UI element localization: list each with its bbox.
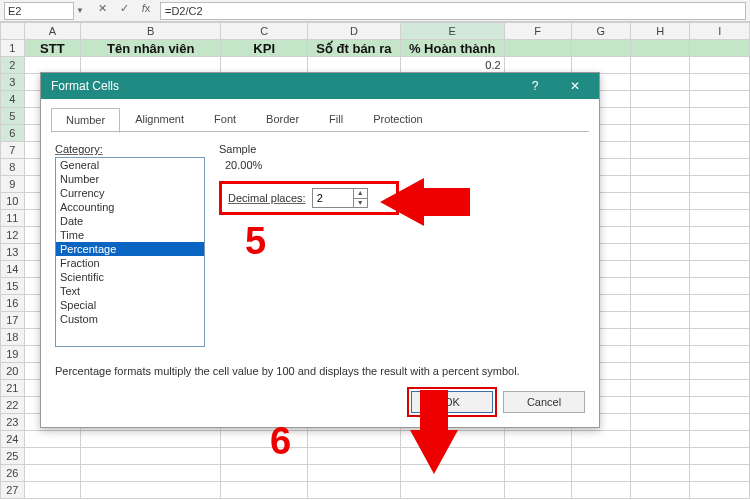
cell-I12[interactable] — [690, 227, 750, 244]
cell-I8[interactable] — [690, 159, 750, 176]
col-header-B[interactable]: B — [80, 23, 221, 40]
row-header-10[interactable]: 10 — [1, 193, 25, 210]
tab-number[interactable]: Number — [51, 108, 120, 133]
cell-I13[interactable] — [690, 244, 750, 261]
col-header-I[interactable]: I — [690, 23, 750, 40]
row-header-2[interactable]: 2 — [1, 57, 25, 74]
row-header-12[interactable]: 12 — [1, 227, 25, 244]
row-header-7[interactable]: 7 — [1, 142, 25, 159]
cell-H10[interactable] — [631, 193, 690, 210]
row-header-16[interactable]: 16 — [1, 295, 25, 312]
decimal-places-input[interactable] — [313, 189, 353, 207]
fx-icon[interactable]: fx — [136, 2, 156, 20]
cell-H27[interactable] — [631, 482, 690, 499]
category-special[interactable]: Special — [56, 298, 204, 312]
tab-alignment[interactable]: Alignment — [120, 107, 199, 132]
cell-G25[interactable] — [571, 448, 630, 465]
cell-D27[interactable] — [307, 482, 400, 499]
col-header-G[interactable]: G — [571, 23, 630, 40]
cell-H5[interactable] — [631, 108, 690, 125]
decimal-places-spinner[interactable]: ▲ ▼ — [312, 188, 368, 208]
row-header-14[interactable]: 14 — [1, 261, 25, 278]
row-header-4[interactable]: 4 — [1, 91, 25, 108]
close-icon[interactable]: ✕ — [555, 73, 595, 99]
row-header-11[interactable]: 11 — [1, 210, 25, 227]
row-header-19[interactable]: 19 — [1, 346, 25, 363]
cell-A27[interactable] — [24, 482, 80, 499]
cell-H2[interactable] — [631, 57, 690, 74]
row-header-20[interactable]: 20 — [1, 363, 25, 380]
cell-D26[interactable] — [307, 465, 400, 482]
cell-H15[interactable] — [631, 278, 690, 295]
cell-H20[interactable] — [631, 363, 690, 380]
cell-I7[interactable] — [690, 142, 750, 159]
cell-I2[interactable] — [690, 57, 750, 74]
row-header-9[interactable]: 9 — [1, 176, 25, 193]
cell-H22[interactable] — [631, 397, 690, 414]
confirm-formula-icon[interactable]: ✓ — [114, 2, 134, 20]
cell-C27[interactable] — [221, 482, 307, 499]
col-header-A[interactable]: A — [24, 23, 80, 40]
cell-H18[interactable] — [631, 329, 690, 346]
col-header-F[interactable]: F — [504, 23, 571, 40]
cell-I4[interactable] — [690, 91, 750, 108]
spinner-up-icon[interactable]: ▲ — [354, 189, 367, 199]
row-header-13[interactable]: 13 — [1, 244, 25, 261]
help-icon[interactable]: ? — [515, 73, 555, 99]
col-header-E[interactable]: E — [400, 23, 504, 40]
cell-G24[interactable] — [571, 431, 630, 448]
cell-H13[interactable] — [631, 244, 690, 261]
row-header-18[interactable]: 18 — [1, 329, 25, 346]
cell-I17[interactable] — [690, 312, 750, 329]
cell-H8[interactable] — [631, 159, 690, 176]
cell-I14[interactable] — [690, 261, 750, 278]
cell-I26[interactable] — [690, 465, 750, 482]
category-general[interactable]: General — [56, 158, 204, 172]
cell-I9[interactable] — [690, 176, 750, 193]
cell-I19[interactable] — [690, 346, 750, 363]
cell-I5[interactable] — [690, 108, 750, 125]
category-text[interactable]: Text — [56, 284, 204, 298]
tab-protection[interactable]: Protection — [358, 107, 438, 132]
cell-H4[interactable] — [631, 91, 690, 108]
cell-A2[interactable] — [24, 57, 80, 74]
cell-B26[interactable] — [80, 465, 221, 482]
cancel-button[interactable]: Cancel — [503, 391, 585, 413]
row-header-3[interactable]: 3 — [1, 74, 25, 91]
cell-B2[interactable] — [80, 57, 221, 74]
category-list[interactable]: GeneralNumberCurrencyAccountingDateTimeP… — [55, 157, 205, 347]
cell-E2[interactable]: 0.2 — [400, 57, 504, 74]
cell-B1[interactable]: Tên nhân viên — [80, 40, 221, 57]
name-box-dropdown-icon[interactable]: ▼ — [74, 6, 86, 15]
category-accounting[interactable]: Accounting — [56, 200, 204, 214]
row-header-8[interactable]: 8 — [1, 159, 25, 176]
cell-I16[interactable] — [690, 295, 750, 312]
cell-H23[interactable] — [631, 414, 690, 431]
cell-I15[interactable] — [690, 278, 750, 295]
tab-border[interactable]: Border — [251, 107, 314, 132]
cell-G1[interactable] — [571, 40, 630, 57]
row-header-26[interactable]: 26 — [1, 465, 25, 482]
tab-fill[interactable]: Fill — [314, 107, 358, 132]
cell-I25[interactable] — [690, 448, 750, 465]
col-header-C[interactable]: C — [221, 23, 307, 40]
cell-D2[interactable] — [307, 57, 400, 74]
category-currency[interactable]: Currency — [56, 186, 204, 200]
cell-C2[interactable] — [221, 57, 307, 74]
col-header-H[interactable]: H — [631, 23, 690, 40]
cell-H21[interactable] — [631, 380, 690, 397]
cell-F25[interactable] — [504, 448, 571, 465]
cell-H17[interactable] — [631, 312, 690, 329]
category-time[interactable]: Time — [56, 228, 204, 242]
category-percentage[interactable]: Percentage — [56, 242, 204, 256]
cell-H24[interactable] — [631, 431, 690, 448]
cell-D24[interactable] — [307, 431, 400, 448]
cell-E27[interactable] — [400, 482, 504, 499]
formula-input[interactable]: =D2/C2 — [160, 2, 746, 20]
cell-H12[interactable] — [631, 227, 690, 244]
cell-I21[interactable] — [690, 380, 750, 397]
dialog-titlebar[interactable]: Format Cells ? ✕ — [41, 73, 599, 99]
cell-B25[interactable] — [80, 448, 221, 465]
row-header-23[interactable]: 23 — [1, 414, 25, 431]
cell-H16[interactable] — [631, 295, 690, 312]
